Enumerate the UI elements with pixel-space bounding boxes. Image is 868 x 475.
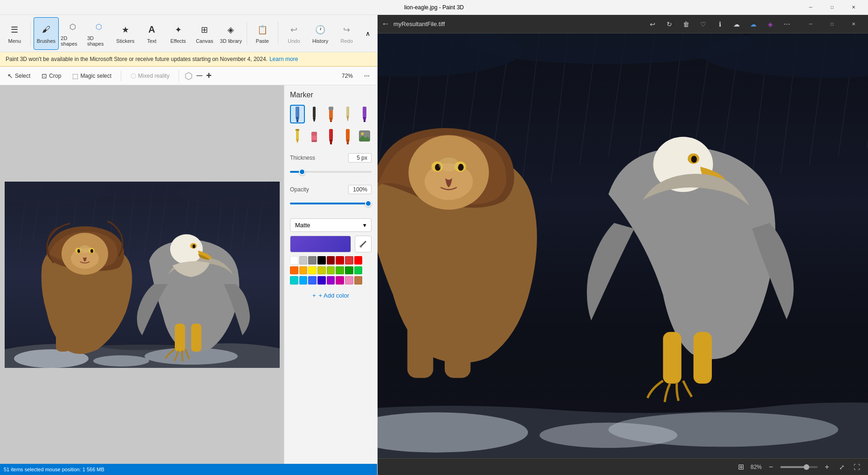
brush-item-3[interactable] xyxy=(324,105,338,123)
effects-label: Effects xyxy=(170,38,186,44)
minimize-button[interactable]: ─ xyxy=(800,0,821,15)
svg-point-106 xyxy=(691,156,697,163)
result-back-icon[interactable]: ← xyxy=(381,19,390,29)
toolbar-3dshapes[interactable]: ⬡ 3D shapes xyxy=(86,17,112,50)
brush-item-5[interactable] xyxy=(357,105,372,123)
result-redo-btn[interactable]: ↻ xyxy=(664,19,675,30)
color-lightgray[interactable] xyxy=(299,256,308,265)
color-white[interactable] xyxy=(290,256,298,265)
plus-btn[interactable]: + xyxy=(206,70,212,81)
result-palette-btn[interactable]: ◈ xyxy=(765,19,776,30)
color-darkred[interactable] xyxy=(327,256,335,265)
brush-item-9[interactable] xyxy=(340,127,355,146)
color-cyan[interactable] xyxy=(290,276,298,285)
shape-tool-btn[interactable]: ⬡ xyxy=(185,70,193,81)
svg-marker-65 xyxy=(346,139,350,143)
crop-tool-btn[interactable]: ⊡ Crop xyxy=(38,70,65,81)
color-green[interactable] xyxy=(336,266,344,275)
toolbar-2dshapes[interactable]: ⬡ 2D shapes xyxy=(60,17,85,50)
color-medred[interactable] xyxy=(345,256,353,265)
toolbar-3dlibrary[interactable]: ◈ 3D library xyxy=(218,17,244,50)
color-palette-row3 xyxy=(290,276,372,285)
result-display-btn[interactable]: ⊞ xyxy=(736,461,747,473)
minus-btn[interactable]: ─ xyxy=(196,71,202,81)
collapse-btn[interactable]: ∧ xyxy=(360,26,375,41)
color-teal[interactable] xyxy=(354,266,363,275)
brush-item-2[interactable] xyxy=(307,105,322,123)
canvas-area[interactable] xyxy=(0,85,284,464)
result-cloud2-btn[interactable]: ☁ xyxy=(748,19,759,30)
brush-item-10[interactable] xyxy=(357,127,372,146)
color-magenta[interactable] xyxy=(336,276,344,285)
magic-select-btn[interactable]: ⬚ Magic select xyxy=(69,70,115,81)
color-yellow[interactable] xyxy=(308,266,317,275)
color-blue[interactable] xyxy=(308,276,317,285)
finish-dropdown[interactable]: Matte ▾ xyxy=(290,218,372,232)
result-zoom-in-btn[interactable]: + xyxy=(821,461,833,473)
color-darkgreen[interactable] xyxy=(345,266,353,275)
color-gray[interactable] xyxy=(308,256,317,265)
add-color-btn[interactable]: + + Add color xyxy=(290,288,372,303)
result-maximize-btn[interactable]: □ xyxy=(821,17,843,32)
learn-more-link[interactable]: Learn more xyxy=(269,56,298,62)
brush-item-1[interactable] xyxy=(290,105,305,123)
color-black[interactable] xyxy=(317,256,326,265)
svg-point-19 xyxy=(93,355,149,366)
opacity-slider[interactable] xyxy=(290,199,372,208)
result-cloud-btn[interactable]: ☁ xyxy=(731,19,742,30)
toolbar-brushes[interactable]: 🖌 Brushes xyxy=(34,17,59,50)
app-container: ☰ Menu 🖌 Brushes ⬡ 2D shapes ⬡ 3D shapes… xyxy=(0,15,868,475)
color-gold[interactable] xyxy=(317,266,326,275)
result-heart-btn[interactable]: ♡ xyxy=(697,19,709,30)
result-fullscreen-btn[interactable]: ⛶ xyxy=(851,461,862,473)
maximize-button[interactable]: □ xyxy=(821,0,843,15)
result-fit-btn[interactable]: ⤢ xyxy=(836,461,847,473)
toolbar-collapse[interactable]: ∧ xyxy=(360,26,375,41)
color-purple[interactable] xyxy=(327,276,335,285)
brush-item-8[interactable] xyxy=(324,127,338,146)
toolbar-stickers[interactable]: ★ Stickers xyxy=(113,17,138,50)
title-bar-text: lion-eagle.jpg - Paint 3D xyxy=(404,4,464,11)
result-delete-btn[interactable]: 🗑 xyxy=(681,19,692,30)
result-undo-btn[interactable]: ↩ xyxy=(647,19,658,30)
result-minimize-btn[interactable]: ─ xyxy=(800,17,821,32)
result-zoom-out-btn[interactable]: − xyxy=(765,461,777,473)
more-options-btn[interactable]: ⋯ xyxy=(360,69,373,82)
result-zoom-level: 82% xyxy=(751,464,762,470)
color-skyblue[interactable] xyxy=(299,276,308,285)
eyedropper-btn[interactable] xyxy=(355,236,372,252)
result-info-btn[interactable]: ℹ xyxy=(714,19,725,30)
color-tan[interactable] xyxy=(354,276,363,285)
select-tool-btn[interactable]: ↖ Select xyxy=(4,70,34,81)
selected-color-swatch[interactable] xyxy=(290,236,351,252)
result-more-btn[interactable]: ⋯ xyxy=(781,19,792,30)
brush-item-6[interactable] xyxy=(290,127,305,146)
result-title-bar: ← myResultantFile.tiff ↩ ↻ 🗑 ♡ ℹ ☁ ☁ ◈ ⋯… xyxy=(378,15,868,34)
toolbar-history[interactable]: 🕐 History xyxy=(308,17,333,50)
toolbar-redo[interactable]: ↪ Redo xyxy=(334,17,359,50)
thickness-slider[interactable] xyxy=(290,167,372,176)
opacity-thumb[interactable] xyxy=(365,200,372,207)
color-brightred[interactable] xyxy=(354,256,363,265)
brush-item-4[interactable] xyxy=(340,105,355,123)
brush-item-7[interactable] xyxy=(307,127,322,146)
thickness-thumb[interactable] xyxy=(299,169,305,175)
color-red[interactable] xyxy=(336,256,344,265)
toolbar-text[interactable]: A Text xyxy=(139,17,165,50)
close-button[interactable]: ✕ xyxy=(843,0,864,15)
color-pink[interactable] xyxy=(345,276,353,285)
color-indigo[interactable] xyxy=(317,276,326,285)
color-orange[interactable] xyxy=(290,266,298,275)
mixed-reality-btn[interactable]: ⬡ Mixed reality xyxy=(127,70,173,81)
toolbar-paste[interactable]: 📋 Paste xyxy=(250,17,276,50)
color-amber[interactable] xyxy=(299,266,308,275)
svg-point-94 xyxy=(539,423,677,448)
color-lime[interactable] xyxy=(327,266,335,275)
toolbar-effects[interactable]: ✦ Effects xyxy=(165,17,191,50)
result-close-btn[interactable]: ✕ xyxy=(843,17,864,32)
toolbar-undo[interactable]: ↩ Undo xyxy=(281,17,307,50)
main-toolbar: ☰ Menu 🖌 Brushes ⬡ 2D shapes ⬡ 3D shapes… xyxy=(0,15,377,52)
toolbar-canvas[interactable]: ⊞ Canvas xyxy=(192,17,217,50)
toolbar-menu[interactable]: ☰ Menu xyxy=(2,17,28,50)
result-zoom-slider[interactable] xyxy=(780,466,818,468)
